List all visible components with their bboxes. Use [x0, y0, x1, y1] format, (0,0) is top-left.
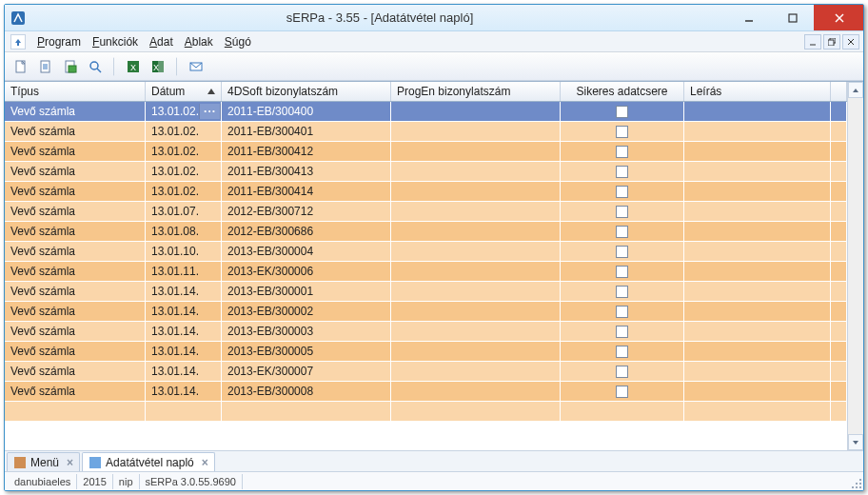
close-button[interactable] — [814, 5, 863, 30]
cell-datum: 13.01.07. — [146, 202, 222, 222]
table-row[interactable]: Vevő számla13.01.14.2013-EB/300005 — [5, 342, 847, 362]
checkbox[interactable] — [616, 206, 628, 218]
cell-pad — [831, 202, 847, 222]
checkbox[interactable] — [616, 106, 628, 118]
col-sikeres[interactable]: Sikeres adatcsere — [561, 82, 684, 101]
mdi-restore-button[interactable] — [823, 34, 840, 50]
checkbox[interactable] — [616, 246, 628, 258]
cell-sikeres[interactable] — [561, 202, 684, 222]
menu-program[interactable]: Program — [31, 33, 87, 50]
col-progen[interactable]: ProgEn bizonylatszám — [391, 82, 561, 101]
checkbox[interactable] — [616, 286, 628, 298]
mail-icon[interactable] — [186, 56, 207, 77]
tab-adatátvétel-napló[interactable]: Adatátvétel napló× — [82, 452, 215, 471]
cell-sikeres[interactable] — [561, 102, 684, 122]
cell-leiras — [684, 382, 831, 402]
mdi-close-button[interactable] — [842, 34, 859, 50]
tab-close-icon[interactable]: × — [67, 456, 73, 469]
vertical-scrollbar[interactable] — [847, 82, 863, 450]
col-datum[interactable]: Dátum — [146, 82, 222, 101]
cell-sikeres[interactable] — [561, 322, 684, 342]
table-row[interactable]: Vevő számla13.01.14.2013-EB/300002 — [5, 302, 847, 322]
cell-4dsoft: 2013-EB/300008 — [222, 382, 391, 402]
cell-sikeres[interactable] — [561, 222, 684, 242]
cell-tipus: Vevő számla — [5, 142, 146, 162]
data-grid[interactable]: Típus Dátum 4DSoft bizonylatszám ProgEn … — [5, 82, 847, 450]
menu-funkciók[interactable]: Funkciók — [87, 33, 144, 50]
checkbox[interactable] — [616, 166, 628, 178]
table-row[interactable]: Vevő számla13.01.02.2011-EB/300413 — [5, 162, 847, 182]
table-row[interactable]: Vevő számla13.01.02.···2011-EB/300400 — [5, 102, 847, 122]
checkbox[interactable] — [616, 306, 628, 318]
checkbox[interactable] — [616, 346, 628, 358]
cell-progen — [391, 122, 561, 142]
cell-sikeres[interactable] — [561, 402, 684, 422]
checkbox[interactable] — [616, 326, 628, 338]
up-level-button[interactable] — [10, 34, 26, 50]
search-icon[interactable] — [85, 56, 106, 77]
checkbox[interactable] — [616, 366, 628, 378]
table-row[interactable]: Vevő számla13.01.14.2013-EK/300007 — [5, 362, 847, 382]
titlebar[interactable]: sERPa - 3.55 - [Adatátvétel napló] — [5, 5, 863, 31]
cell-sikeres[interactable] — [561, 262, 684, 282]
menu-súgó[interactable]: Súgó — [219, 33, 257, 50]
table-row[interactable]: Vevő számla13.01.02.2011-EB/300401 — [5, 122, 847, 142]
excel-old-icon[interactable]: X — [123, 56, 144, 77]
maximize-button[interactable] — [770, 5, 814, 30]
cell-sikeres[interactable] — [561, 122, 684, 142]
cell-sikeres[interactable] — [561, 382, 684, 402]
table-row[interactable]: Vevő számla13.01.02.2011-EB/300414 — [5, 182, 847, 202]
scroll-down-button[interactable] — [848, 434, 863, 450]
status-cell: nip — [113, 474, 140, 489]
cell-sikeres[interactable] — [561, 142, 684, 162]
col-leiras[interactable]: Leírás — [684, 82, 831, 101]
checkbox[interactable] — [616, 186, 628, 198]
tab-menü[interactable]: Menü× — [7, 452, 80, 471]
menu-adat[interactable]: Adat — [144, 33, 179, 50]
status-cell: 2015 — [77, 474, 112, 489]
minimize-button[interactable] — [726, 5, 770, 30]
checkbox[interactable] — [616, 146, 628, 158]
cell-sikeres[interactable] — [561, 242, 684, 262]
cell-sikeres[interactable] — [561, 302, 684, 322]
table-row[interactable]: Vevő számla13.01.02.2011-EB/300412 — [5, 142, 847, 162]
scroll-up-button[interactable] — [848, 82, 863, 98]
cell-pad — [831, 382, 847, 402]
scroll-track[interactable] — [848, 98, 863, 434]
cell-sikeres[interactable] — [561, 342, 684, 362]
resize-grip[interactable] — [850, 477, 861, 488]
table-row[interactable] — [5, 402, 847, 422]
cell-datum: 13.01.02. — [146, 142, 222, 162]
row-ellipsis-button[interactable]: ··· — [199, 104, 221, 119]
table-row[interactable]: Vevő számla13.01.07.2012-EB/300712 — [5, 202, 847, 222]
table-row[interactable]: Vevő számla13.01.14.2013-EB/300001 — [5, 282, 847, 302]
folder-doc-icon[interactable] — [60, 56, 81, 77]
svg-text:X: X — [153, 63, 159, 72]
col-tipus[interactable]: Típus — [5, 82, 146, 101]
table-row[interactable]: Vevő számla13.01.10.2013-EB/300004 — [5, 242, 847, 262]
cell-sikeres[interactable] — [561, 162, 684, 182]
table-row[interactable]: Vevő számla13.01.14.2013-EB/300008 — [5, 382, 847, 402]
table-row[interactable]: Vevő számla13.01.11.2013-EK/300006 — [5, 262, 847, 282]
checkbox[interactable] — [616, 386, 628, 398]
cell-sikeres[interactable] — [561, 362, 684, 382]
checkbox[interactable] — [616, 226, 628, 238]
grid-icon — [89, 456, 102, 469]
doc-icon[interactable] — [35, 56, 56, 77]
tab-close-icon[interactable]: × — [202, 456, 208, 469]
cell-pad — [831, 142, 847, 162]
mdi-minimize-button[interactable] — [804, 34, 821, 50]
table-row[interactable]: Vevő számla13.01.14.2013-EB/300003 — [5, 322, 847, 342]
menu-ablak[interactable]: Ablak — [179, 33, 219, 50]
new-doc-icon[interactable] — [10, 56, 31, 77]
tab-label: Menü — [30, 456, 59, 469]
checkbox[interactable] — [616, 126, 628, 138]
cell-sikeres[interactable] — [561, 282, 684, 302]
app-window: sERPa - 3.55 - [Adatátvétel napló] Progr… — [4, 4, 864, 491]
table-row[interactable]: Vevő számla13.01.08.2012-EB/300686 — [5, 222, 847, 242]
cell-leiras — [684, 222, 831, 242]
checkbox[interactable] — [616, 266, 628, 278]
excel-icon[interactable]: X — [148, 56, 168, 77]
cell-sikeres[interactable] — [561, 182, 684, 202]
col-4dsoft[interactable]: 4DSoft bizonylatszám — [222, 82, 391, 101]
